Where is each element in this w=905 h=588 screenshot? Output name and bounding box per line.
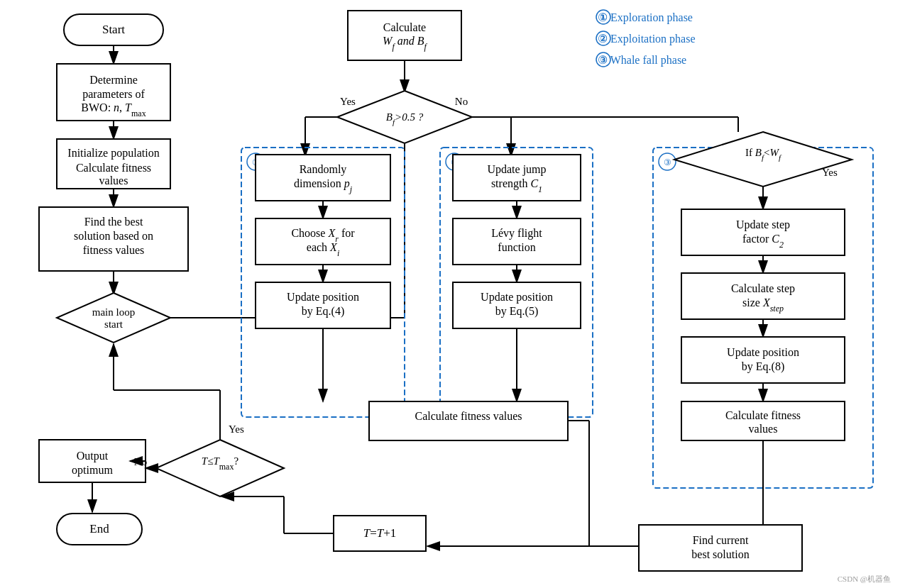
svg-text:Calculate fitness: Calculate fitness xyxy=(76,162,151,174)
svg-text:③ Whale fall phase: ③ Whale fall phase xyxy=(598,54,686,67)
svg-text:Start: Start xyxy=(102,23,125,36)
svg-text:solution based on: solution based on xyxy=(74,230,153,242)
watermark: CSDN @机器鱼 xyxy=(838,575,891,583)
svg-text:Initialize population: Initialize population xyxy=(67,147,159,160)
svg-text:Update position: Update position xyxy=(481,291,553,304)
svg-text:Find current: Find current xyxy=(693,534,749,546)
svg-text:values: values xyxy=(99,174,128,187)
svg-text:function: function xyxy=(498,241,535,253)
svg-marker-27 xyxy=(57,293,170,343)
svg-text:Randomly: Randomly xyxy=(300,163,347,176)
svg-text:③: ③ xyxy=(664,157,671,167)
svg-text:T=T+1: T=T+1 xyxy=(363,526,397,540)
svg-text:Yes: Yes xyxy=(822,167,838,178)
svg-text:② Exploitation phase: ② Exploitation phase xyxy=(598,33,696,45)
svg-text:Update jump: Update jump xyxy=(487,163,546,176)
svg-text:values: values xyxy=(749,423,778,435)
svg-text:No: No xyxy=(455,96,468,107)
svg-text:Calculate fitness values: Calculate fitness values xyxy=(415,410,522,422)
svg-text:①: ① xyxy=(600,12,608,22)
svg-text:Calculate step: Calculate step xyxy=(731,282,795,295)
svg-text:optimum: optimum xyxy=(72,464,113,477)
svg-text:by Eq.(8): by Eq.(8) xyxy=(742,360,784,373)
svg-text:start: start xyxy=(104,318,124,330)
svg-text:main loop: main loop xyxy=(92,306,135,318)
svg-text:②: ② xyxy=(600,33,608,43)
svg-text:Calculate: Calculate xyxy=(383,21,426,33)
svg-text:① Exploration phase: ① Exploration phase xyxy=(598,11,693,24)
svg-text:Output: Output xyxy=(77,450,109,462)
svg-text:parameters of: parameters of xyxy=(82,88,145,101)
svg-text:by Eq.(5): by Eq.(5) xyxy=(495,305,538,318)
svg-text:Update position: Update position xyxy=(727,346,799,359)
svg-text:Determine: Determine xyxy=(89,74,138,86)
svg-text:③: ③ xyxy=(600,55,608,65)
svg-text:by Eq.(4): by Eq.(4) xyxy=(302,305,344,318)
svg-text:Yes: Yes xyxy=(340,96,356,107)
svg-text:End: End xyxy=(89,522,109,536)
svg-text:Update position: Update position xyxy=(287,291,359,304)
svg-text:Find the best: Find the best xyxy=(84,216,143,228)
svg-text:Lévy flight: Lévy flight xyxy=(491,227,542,240)
svg-text:Yes: Yes xyxy=(229,423,244,435)
svg-text:Update step: Update step xyxy=(736,218,790,231)
svg-text:best solution: best solution xyxy=(691,548,749,560)
svg-text:Calculate fitness: Calculate fitness xyxy=(725,409,801,421)
svg-text:fitness values: fitness values xyxy=(83,244,145,256)
